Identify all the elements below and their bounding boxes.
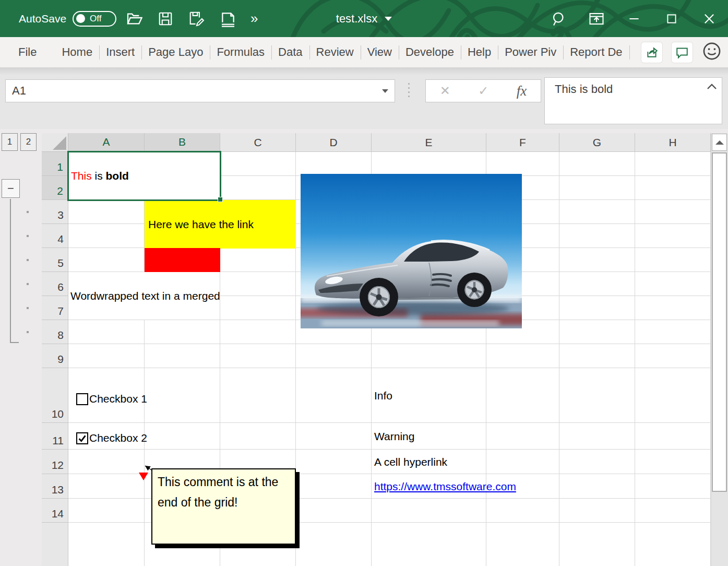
row-header-14[interactable]: 14 (42, 499, 68, 523)
cell-H1[interactable] (635, 152, 711, 176)
cell-C9[interactable] (220, 344, 296, 368)
cell-A5[interactable] (68, 248, 145, 272)
cell-D1[interactable] (296, 152, 372, 176)
cell-H3[interactable] (635, 200, 711, 224)
row-header-7[interactable]: 7 (42, 296, 68, 320)
cell-D9[interactable] (296, 344, 372, 368)
row-header-8[interactable]: 8 (42, 320, 68, 344)
cell-D10[interactable] (296, 368, 372, 423)
cell-a1-merged[interactable]: This is bold (68, 152, 220, 200)
selection-fill-handle[interactable] (218, 197, 223, 202)
row-header-4[interactable]: 4 (42, 224, 68, 248)
collapse-formula-bar-icon[interactable] (706, 81, 718, 92)
cell-G12[interactable] (559, 450, 635, 474)
cell-A14[interactable] (68, 499, 145, 523)
cell-a6-merged-wordwrap[interactable]: Wordwrapped text in a merged (68, 272, 220, 320)
cell-G1[interactable] (559, 152, 635, 176)
column-header-H[interactable]: H (635, 133, 711, 152)
autosave-toggle[interactable]: Off (73, 11, 116, 27)
share-button[interactable] (641, 42, 662, 63)
tab-develope[interactable]: Develope (399, 37, 461, 67)
cell-e10[interactable]: Info (374, 368, 485, 423)
cell-A9[interactable] (68, 344, 145, 368)
tab-view[interactable]: View (361, 37, 399, 67)
cell-H6[interactable] (635, 272, 711, 296)
cell-C5[interactable] (220, 248, 296, 272)
row-header-5[interactable]: 5 (42, 248, 68, 272)
tab-report-de[interactable]: Report De (563, 37, 629, 67)
column-header-G[interactable]: G (559, 133, 635, 152)
cell-A4[interactable] (68, 224, 145, 248)
cell-H14[interactable] (635, 499, 711, 523)
row-header-1[interactable]: 1 (42, 152, 68, 176)
comments-button[interactable] (672, 42, 693, 63)
checkbox-2-box[interactable] (76, 432, 88, 444)
cell-G14[interactable] (559, 499, 635, 523)
cell-D11[interactable] (296, 423, 372, 450)
maximize-button[interactable] (653, 0, 690, 37)
cell-H8[interactable] (635, 320, 711, 344)
checkbox-1-box[interactable] (76, 393, 88, 405)
cell-G2[interactable] (559, 176, 635, 200)
cell-D14[interactable] (296, 499, 372, 523)
ribbon-display-options-icon[interactable] (578, 0, 615, 37)
cell-E9[interactable] (372, 344, 486, 368)
cell-F14[interactable] (486, 499, 559, 523)
cell-G7[interactable] (559, 296, 635, 320)
formula-input[interactable]: This is bold (544, 77, 722, 124)
cell-C1[interactable] (220, 152, 296, 176)
cell-G3[interactable] (559, 200, 635, 224)
close-button[interactable] (690, 0, 728, 37)
cell-A12[interactable] (68, 450, 145, 474)
car-image[interactable] (301, 174, 522, 328)
checkbox-1[interactable]: Checkbox 1 (76, 393, 147, 405)
cell-G4[interactable] (559, 224, 635, 248)
cell-e11[interactable]: Warning (374, 423, 485, 450)
cell-b3-merged-yellow[interactable]: Here we have the link (145, 200, 296, 249)
column-header-E[interactable]: E (372, 133, 486, 152)
cell-G13[interactable] (559, 474, 635, 499)
tab-help[interactable]: Help (461, 37, 498, 67)
cell-C6[interactable] (220, 272, 296, 296)
cell-b5-red[interactable] (145, 248, 220, 272)
scroll-up-button[interactable] (712, 134, 727, 151)
cell-F9[interactable] (486, 344, 559, 368)
column-header-C[interactable]: C (220, 133, 296, 152)
cell-hyperlink[interactable]: https://www.tmssoftware.com (374, 480, 516, 493)
cell-D13[interactable] (296, 474, 372, 499)
outline-level-1-button[interactable]: 1 (2, 133, 18, 151)
column-header-B[interactable]: B (145, 133, 220, 152)
tab-review[interactable]: Review (309, 37, 361, 67)
cell-H5[interactable] (635, 248, 711, 272)
tab-power-piv[interactable]: Power Piv (498, 37, 563, 67)
cell-G6[interactable] (559, 272, 635, 296)
cell-e12[interactable]: A cell hyperlink (374, 450, 485, 474)
save-icon[interactable] (157, 10, 174, 28)
cancel-icon[interactable]: ✕ (440, 84, 450, 98)
tab-page-layo[interactable]: Page Layo (141, 37, 210, 67)
column-header-A[interactable]: A (68, 133, 145, 152)
row-header-11[interactable]: 11 (42, 423, 68, 450)
search-icon[interactable] (540, 0, 578, 37)
cell-H13[interactable] (635, 474, 711, 499)
select-all-corner[interactable] (42, 133, 68, 152)
cell-B8[interactable] (145, 320, 220, 344)
cell-A3[interactable] (68, 200, 145, 224)
print-icon[interactable] (219, 10, 237, 28)
cell-H9[interactable] (635, 344, 711, 368)
cell-C7[interactable] (220, 296, 296, 320)
vertical-scrollbar-thumb[interactable] (712, 152, 727, 492)
cell-E1[interactable] (372, 152, 486, 176)
cell-F1[interactable] (486, 152, 559, 176)
cell-A8[interactable] (68, 320, 145, 344)
cell-G10[interactable] (559, 368, 635, 423)
cell-H11[interactable] (635, 423, 711, 450)
cell-C10[interactable] (220, 368, 296, 423)
cell-G11[interactable] (559, 423, 635, 450)
cell-H7[interactable] (635, 296, 711, 320)
cell-H4[interactable] (635, 224, 711, 248)
cell-G8[interactable] (559, 320, 635, 344)
tab-file[interactable]: File (11, 37, 43, 67)
cell-C2[interactable] (220, 176, 296, 200)
document-title[interactable]: test.xlsx (336, 12, 377, 26)
